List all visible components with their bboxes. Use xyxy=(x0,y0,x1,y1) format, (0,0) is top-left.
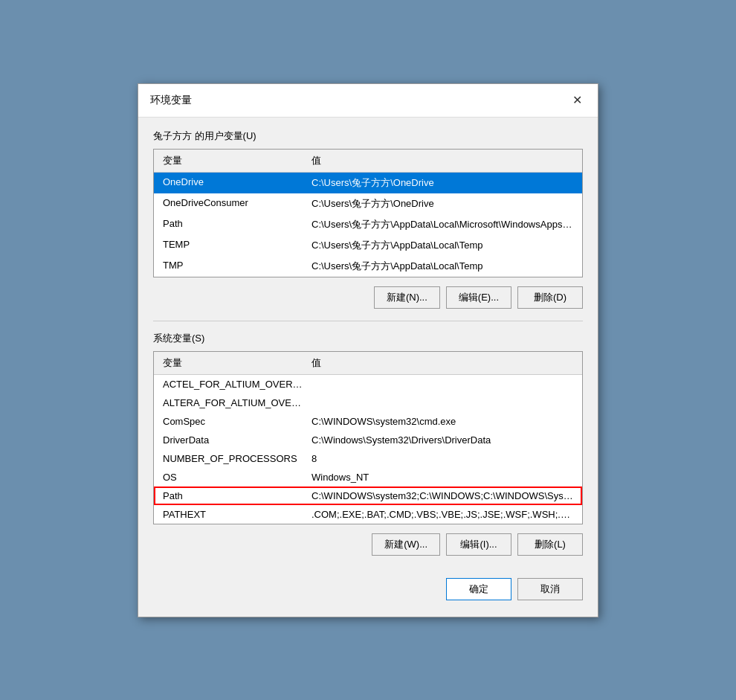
sys-row-var: ACTEL_FOR_ALTIUM_OVERR... xyxy=(160,377,309,391)
user-section-label: 兔子方方 的用户变量(U) xyxy=(153,129,583,143)
user-table-header: 变量 值 xyxy=(154,150,582,173)
system-table-row[interactable]: ALTERA_FOR_ALTIUM_OVER... xyxy=(154,394,582,412)
system-table-row[interactable]: PATHEXT .COM;.EXE;.BAT;.CMD;.VBS;.VBE;.J… xyxy=(154,505,582,524)
sys-row-val xyxy=(309,396,576,410)
user-table-row[interactable]: TMP C:\Users\兔子方方\AppData\Local\Temp xyxy=(154,256,582,277)
user-col-val: 值 xyxy=(309,152,576,169)
sys-row-var: ALTERA_FOR_ALTIUM_OVER... xyxy=(160,396,309,410)
cancel-button[interactable]: 取消 xyxy=(517,578,583,600)
sys-row-var: PATHEXT xyxy=(160,507,309,521)
user-table-row[interactable]: OneDrive C:\Users\兔子方方\OneDrive xyxy=(154,173,582,193)
sys-row-var: NUMBER_OF_PROCESSORS xyxy=(160,452,309,466)
environment-variables-dialog: 环境变量 ✕ 兔子方方 的用户变量(U) 变量 值 OneDrive C:\Us… xyxy=(138,83,598,617)
system-table-row[interactable]: NUMBER_OF_PROCESSORS 8 xyxy=(154,449,582,468)
system-new-button[interactable]: 新建(W)... xyxy=(372,533,440,556)
ok-cancel-row: 确定 取消 xyxy=(153,571,583,605)
user-table-body: OneDrive C:\Users\兔子方方\OneDrive OneDrive… xyxy=(154,173,582,277)
user-new-button[interactable]: 新建(N)... xyxy=(374,286,440,309)
ok-button[interactable]: 确定 xyxy=(446,578,511,600)
user-row-val: C:\Users\兔子方方\OneDrive xyxy=(309,196,576,212)
dialog-body: 兔子方方 的用户变量(U) 变量 值 OneDrive C:\Users\兔子方… xyxy=(138,118,598,617)
user-delete-button[interactable]: 删除(D) xyxy=(517,286,583,309)
system-table-body: ACTEL_FOR_ALTIUM_OVERR... ALTERA_FOR_ALT… xyxy=(154,375,582,524)
user-table-row[interactable]: Path C:\Users\兔子方方\AppData\Local\Microso… xyxy=(154,214,582,235)
system-section-label: 系统变量(S) xyxy=(153,332,583,345)
system-table-row[interactable]: ACTEL_FOR_ALTIUM_OVERR... xyxy=(154,375,582,394)
user-row-var: TEMP xyxy=(160,237,309,254)
system-col-val: 值 xyxy=(309,355,576,371)
user-row-var: TMP xyxy=(160,258,309,274)
sys-row-val: 8 xyxy=(309,452,576,466)
system-col-var: 变量 xyxy=(160,355,309,371)
system-variables-table: 变量 值 ACTEL_FOR_ALTIUM_OVERR... ALTERA_FO… xyxy=(153,351,583,524)
user-edit-button[interactable]: 编辑(E)... xyxy=(446,286,511,309)
dialog-title: 环境变量 xyxy=(150,94,192,107)
title-bar: 环境变量 ✕ xyxy=(138,84,598,118)
sys-row-val: C:\WINDOWS\system32\cmd.exe xyxy=(309,414,576,428)
user-row-val: C:\Users\兔子方方\AppData\Local\Temp xyxy=(309,258,576,274)
sys-row-var: ComSpec xyxy=(160,414,309,428)
user-btn-row: 新建(N)... 编辑(E)... 删除(D) xyxy=(153,286,583,309)
user-table-row[interactable]: TEMP C:\Users\兔子方方\AppData\Local\Temp xyxy=(154,235,582,256)
sys-row-val: C:\Windows\System32\Drivers\DriverData xyxy=(309,433,576,447)
system-table-header: 变量 值 xyxy=(154,352,582,375)
sys-row-var: OS xyxy=(160,470,309,484)
section-divider xyxy=(153,321,583,321)
system-delete-button[interactable]: 删除(L) xyxy=(517,533,583,556)
system-table-row[interactable]: OS Windows_NT xyxy=(154,468,582,487)
system-edit-button[interactable]: 编辑(I)... xyxy=(446,533,511,556)
user-row-val: C:\Users\兔子方方\AppData\Local\Temp xyxy=(309,237,576,254)
sys-row-val: C:\WINDOWS\system32;C:\WINDOWS;C:\WINDOW… xyxy=(309,489,576,503)
user-variables-table: 变量 值 OneDrive C:\Users\兔子方方\OneDrive One… xyxy=(153,149,583,277)
sys-row-val: .COM;.EXE;.BAT;.CMD;.VBS;.VBE;.JS;.JSE;.… xyxy=(309,507,576,521)
user-row-var: Path xyxy=(160,216,309,233)
sys-row-val: Windows_NT xyxy=(309,470,576,484)
sys-row-val xyxy=(309,377,576,391)
user-table-row[interactable]: OneDriveConsumer C:\Users\兔子方方\OneDrive xyxy=(154,193,582,214)
system-table-row[interactable]: DriverData C:\Windows\System32\Drivers\D… xyxy=(154,431,582,449)
user-row-val: C:\Users\兔子方方\AppData\Local\Microsoft\Wi… xyxy=(309,216,576,233)
sys-row-var: Path xyxy=(160,489,309,503)
user-row-var: OneDriveConsumer xyxy=(160,196,309,212)
user-row-var: OneDrive xyxy=(160,175,309,191)
system-table-row[interactable]: ComSpec C:\WINDOWS\system32\cmd.exe xyxy=(154,412,582,431)
user-col-var: 变量 xyxy=(160,152,309,169)
close-button[interactable]: ✕ xyxy=(568,91,586,109)
system-btn-row: 新建(W)... 编辑(I)... 删除(L) xyxy=(153,533,583,556)
sys-row-var: DriverData xyxy=(160,433,309,447)
system-table-row[interactable]: Path C:\WINDOWS\system32;C:\WINDOWS;C:\W… xyxy=(154,487,582,505)
user-row-val: C:\Users\兔子方方\OneDrive xyxy=(309,175,576,191)
